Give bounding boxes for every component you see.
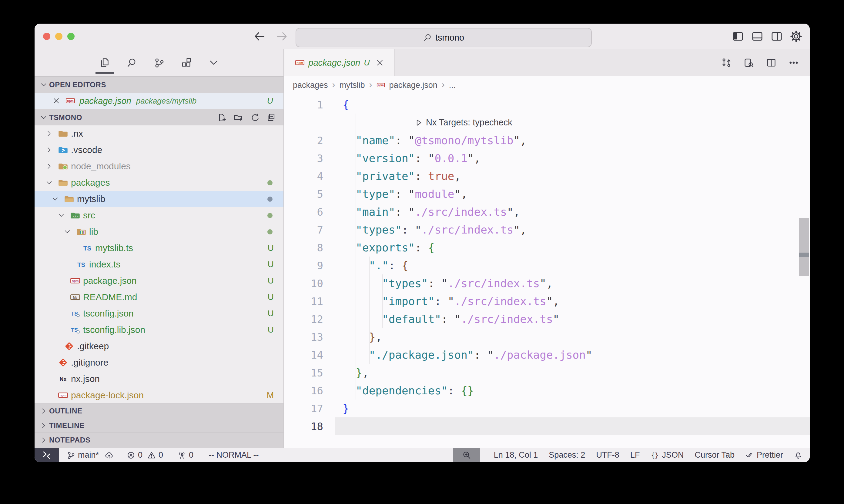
breadcrumb-item[interactable]: mytslib: [340, 80, 365, 90]
tree-item-mytslib.ts[interactable]: TSmytslib.tsU: [35, 240, 283, 256]
breadcrumb-item[interactable]: ...: [449, 80, 456, 90]
screen: tsmono OPEN EDITORS npm package.json pac…: [0, 0, 844, 504]
status-vim-mode[interactable]: -- NORMAL --: [209, 450, 259, 460]
tree-item-readme.md[interactable]: M↓README.mdU: [35, 289, 283, 305]
tree-item-node-modules[interactable]: node_modules: [35, 158, 283, 175]
new-file-icon[interactable]: [217, 113, 226, 122]
tree-item-tsconfig.lib.json[interactable]: TStsconfig.lib.jsonU: [35, 322, 283, 338]
tree-item-nx.json[interactable]: Nxnx.json: [35, 371, 283, 387]
tab-package-json[interactable]: npm package.json U: [285, 49, 395, 76]
line-number: 17: [284, 402, 343, 415]
svg-text:npm: npm: [378, 84, 383, 87]
git-status-badge: U: [268, 292, 274, 302]
tree-item-.gitignore[interactable]: .gitignore: [35, 354, 283, 371]
tree-item-lib[interactable]: lib: [35, 223, 283, 240]
editor-toolbar: [721, 49, 799, 76]
tree-item-.gitkeep[interactable]: .gitkeep: [35, 338, 283, 354]
more-actions-icon[interactable]: [789, 57, 799, 68]
activity-item-extensions[interactable]: [180, 57, 192, 69]
tree-item-.vscode[interactable]: .vscode: [35, 142, 283, 158]
breadcrumb-item[interactable]: packages: [293, 80, 328, 90]
play-outline-icon[interactable]: [414, 119, 423, 127]
command-center-search[interactable]: tsmono: [296, 28, 592, 47]
tree-item-package-lock.json[interactable]: npmpackage-lock.jsonM: [35, 387, 283, 403]
code-line-15: 15 },: [284, 364, 810, 382]
status-cursor-tab[interactable]: Cursor Tab: [694, 450, 735, 460]
status-indentation[interactable]: Spaces: 2: [549, 450, 585, 460]
new-folder-icon[interactable]: [234, 113, 243, 122]
line-number: 2: [284, 134, 343, 147]
search-icon: [423, 33, 432, 42]
status-notifications[interactable]: [794, 451, 803, 460]
split-editor-icon[interactable]: [766, 57, 776, 68]
zoom-window-button[interactable]: [67, 33, 74, 40]
chevron-right-icon: [40, 436, 47, 444]
layout-sidebar-right-icon[interactable]: [771, 31, 782, 42]
line-number: 13: [284, 331, 343, 343]
sidebar-section-notepads[interactable]: NOTEPADS: [35, 433, 283, 447]
code-line-16: 16 "dependencies": {}: [284, 382, 810, 399]
chevron-right-icon: [40, 422, 47, 429]
tree-item-index.ts[interactable]: TSindex.tsU: [35, 256, 283, 273]
close-icon[interactable]: [376, 59, 384, 67]
close-icon[interactable]: [53, 97, 60, 105]
activity-item-explorer[interactable]: [99, 57, 111, 69]
tree-item-package.json[interactable]: npmpackage.jsonU: [35, 273, 283, 289]
status-ports[interactable]: 0: [178, 450, 193, 460]
git-status-badge: M: [267, 391, 274, 400]
npm-icon: npm: [70, 276, 81, 286]
line-content: "type": "module",: [343, 188, 467, 200]
codelens[interactable]: Nx Targets: typecheck: [414, 118, 512, 127]
refresh-icon[interactable]: [250, 113, 259, 122]
forward-arrow-icon[interactable]: [276, 30, 288, 42]
back-arrow-icon[interactable]: [254, 30, 265, 42]
activity-item-source-control[interactable]: [153, 57, 165, 69]
status-warnings[interactable]: 0: [147, 450, 163, 460]
status-encoding[interactable]: UTF-8: [596, 450, 619, 460]
tree-item-mytslib[interactable]: mytslib: [35, 191, 283, 207]
status-language-mode[interactable]: {}JSON: [651, 450, 684, 460]
breadcrumb-item[interactable]: package.json: [389, 80, 437, 90]
status-sync[interactable]: [105, 451, 114, 460]
collapse-all-icon[interactable]: [266, 113, 276, 122]
double-check-icon: [745, 451, 754, 460]
open-editors-header[interactable]: OPEN EDITORS: [35, 76, 283, 93]
ts-icon: TS: [82, 243, 93, 253]
code-line-17: 17}: [284, 399, 810, 417]
activity-item-more-views[interactable]: [208, 57, 220, 69]
untracked-badge: U: [267, 96, 273, 106]
tree-item-.nx[interactable]: .nx: [35, 125, 283, 142]
breadcrumb-separator: ›: [442, 79, 445, 90]
minimize-window-button[interactable]: [55, 33, 63, 40]
layout-panel-icon[interactable]: [752, 31, 763, 42]
status-branch[interactable]: main*: [67, 450, 99, 460]
open-editor-item[interactable]: npm package.json packages/mytslib U: [35, 93, 283, 109]
compare-changes-icon[interactable]: [721, 57, 731, 68]
close-window-button[interactable]: [43, 33, 50, 40]
status-cursor-position[interactable]: Ln 18, Col 1: [494, 450, 538, 460]
tree-chevron: [57, 310, 70, 317]
activity-item-search[interactable]: [126, 57, 138, 69]
status-eol[interactable]: LF: [630, 450, 640, 460]
sidebar-section-outline[interactable]: OUTLINE: [35, 403, 283, 418]
folder-node-icon: [57, 161, 69, 172]
tree-item-tsconfig.json[interactable]: TStsconfig.jsonU: [35, 305, 283, 322]
status-formatter[interactable]: Prettier: [745, 450, 783, 460]
tree-item-packages[interactable]: packages: [35, 175, 283, 191]
history-nav: [254, 30, 288, 42]
explorer-header[interactable]: TSMONO: [35, 109, 283, 125]
search-value: tsmono: [435, 33, 464, 43]
code-editor[interactable]: 1{Nx Targets: typecheck2 "name": "@tsmon…: [284, 94, 810, 448]
status-label: -- NORMAL --: [209, 450, 259, 460]
tree-item-src[interactable]: </>src: [35, 207, 283, 223]
status-errors[interactable]: 0: [127, 450, 142, 460]
status-remote[interactable]: [35, 448, 59, 462]
file-tree: .nx.vscodenode_modulespackagesmytslib</>…: [35, 125, 283, 403]
status-zoom[interactable]: [453, 448, 480, 462]
settings-gear-icon[interactable]: [790, 31, 802, 42]
tree-chevron: [52, 195, 64, 203]
sidebar-section-timeline[interactable]: TIMELINE: [35, 418, 283, 433]
open-preview-icon[interactable]: [744, 57, 754, 68]
layout-sidebar-left-icon[interactable]: [732, 31, 744, 42]
scrollbar-thumb[interactable]: [799, 218, 809, 276]
